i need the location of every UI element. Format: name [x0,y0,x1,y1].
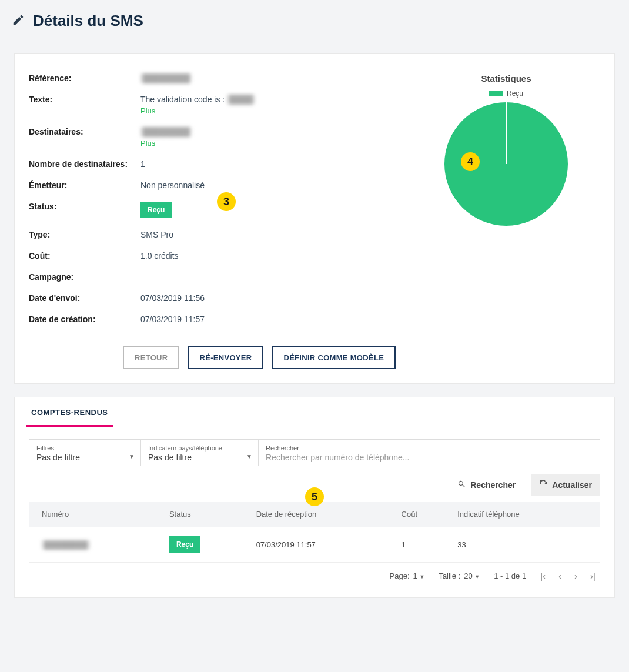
search-icon [457,480,466,490]
text-hidden: ████ [227,95,255,104]
col-received: Date de réception [250,502,396,527]
created-value: 07/03/2019 11:57 [140,315,205,324]
count-label: Nombre de destinataires: [29,159,140,169]
pager-last-icon[interactable]: ›| [590,571,595,581]
cost-label: Coût: [29,251,140,260]
sent-value: 07/03/2019 11:56 [140,293,205,303]
filter-dropdown[interactable]: Filtres Pas de filtre ▼ [29,440,141,466]
created-label: Date de création: [29,315,140,324]
back-button[interactable]: RETOUR [123,346,179,369]
indicator-dropdown[interactable]: Indicateur pays/téléphone Pas de filtre … [141,440,259,466]
sent-label: Date d'envoi: [29,293,140,303]
sender-label: Émetteur: [29,180,140,190]
cost-value: 1.0 crédits [140,251,179,260]
legend-swatch [489,91,503,96]
page-title: Détails du SMS [33,12,143,30]
row-prefix: 33 [451,527,600,563]
table-row[interactable]: ████████ Reçu 07/03/2019 11:57 1 33 [29,527,600,563]
chevron-down-icon: ▼ [474,574,480,580]
pager-next-icon[interactable]: › [574,571,577,581]
text-label: Texte: [29,95,140,104]
count-value: 1 [140,159,145,169]
stats-legend: Reçu [412,89,600,98]
stats-panel: Statistiques Reçu 4 [412,68,600,330]
pager-range: 1 - 1 de 1 [494,571,526,580]
resend-button[interactable]: RÉ-ENVOYER [188,346,263,369]
chevron-down-icon: ▼ [129,453,135,460]
chevron-down-icon: ▼ [246,453,252,460]
refresh-button[interactable]: Actualiser [531,474,600,496]
row-cost: 1 [396,527,452,563]
page-header: Détails du SMS [6,6,623,41]
text-more-link[interactable]: Plus [140,106,155,115]
col-cost: Coût [396,502,452,527]
filter-row: Filtres Pas de filtre ▼ Indicateur pays/… [29,439,600,466]
status-label: Status: [29,202,140,211]
search-button[interactable]: Rechercher [449,474,524,496]
annotation-marker-5: 5 [305,487,324,506]
col-status: Status [163,502,250,527]
type-value: SMS Pro [140,230,173,239]
details-card: Référence: ████████ Texte: The validatio… [14,53,615,384]
chevron-down-icon: ▼ [419,574,424,580]
campaign-label: Campagne: [29,272,140,282]
col-prefix: Indicatif téléphone [451,502,600,527]
text-value: The validation code is : [140,95,227,104]
sender-value: Non personnalisé [140,180,205,190]
pager-prev-icon[interactable]: ‹ [558,571,561,581]
tab-comptes-rendus[interactable]: COMPTES-RENDUS [26,397,113,427]
annotation-marker-4: 4 [461,152,480,171]
type-label: Type: [29,230,140,239]
search-input[interactable] [266,453,593,462]
recipients-more-link[interactable]: Plus [140,139,155,148]
pager-first-icon[interactable]: |‹ [540,571,546,581]
pager: Page: 1 ▼ Taille : 20 ▼ 1 - 1 de 1 |‹ ‹ … [29,563,600,583]
edit-icon [12,14,25,28]
reference-value: ████████ [140,73,192,83]
stats-title: Statistiques [412,73,600,83]
pager-page-label: Page: [390,571,410,580]
status-badge: Reçu [140,202,172,218]
search-cell: Rechercher [259,440,600,466]
col-number: Numéro [29,502,163,527]
recipients-value: ████████ [140,127,192,136]
refresh-icon [539,480,548,490]
save-template-button[interactable]: DÉFINIR COMME MODÈLE [272,346,396,369]
recipients-label: Destinataires: [29,127,140,136]
annotation-marker-3: 3 [217,192,236,211]
reports-table: Numéro Status Date de réception Coût Ind… [29,502,600,563]
pager-page-select[interactable]: 1 ▼ [413,571,425,580]
row-number: ████████ [42,540,90,549]
reference-label: Référence: [29,73,140,83]
pager-size-select[interactable]: 20 ▼ [464,571,480,580]
legend-label: Reçu [507,89,523,98]
row-received: 07/03/2019 11:57 [250,527,396,563]
row-status-badge: Reçu [169,536,200,553]
reports-card: COMPTES-RENDUS Filtres Pas de filtre ▼ I… [14,397,615,598]
pager-size-label: Taille : [439,571,460,580]
